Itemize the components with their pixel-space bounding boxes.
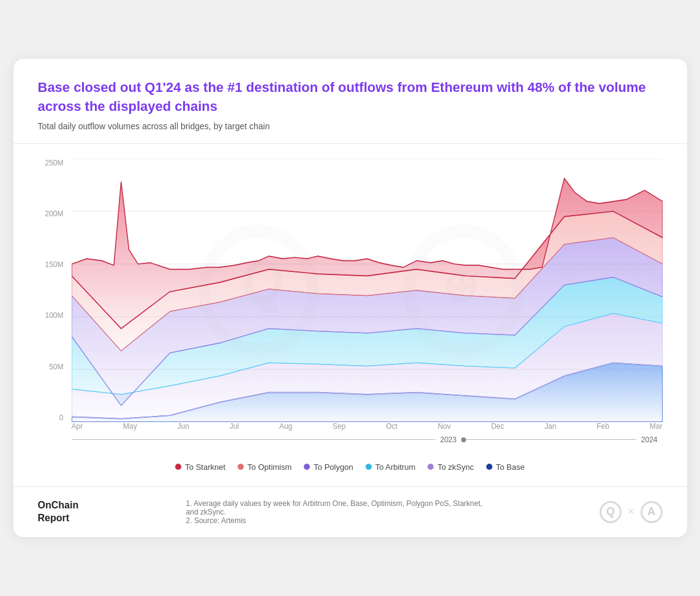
footer-logos: Q × A	[600, 501, 663, 523]
x-label-dec: Dec	[491, 422, 504, 431]
year-label-2024: 2024	[636, 436, 663, 444]
legend-base: To Base	[486, 462, 525, 472]
y-label-200m: 200M	[45, 209, 63, 218]
legend-dot-optimism	[238, 464, 244, 470]
chart-area: 250M 200M 150M 100M 50M 0	[13, 144, 687, 453]
chart-subtitle: Total daily outflow volumes across all b…	[38, 121, 663, 131]
legend-polygon: To Polygon	[304, 462, 353, 472]
footer-logo-q: Q	[600, 501, 622, 523]
brand-line2: Report	[38, 513, 70, 523]
legend-label-polygon: To Polygon	[314, 462, 353, 472]
x-label-apr: Apr	[72, 422, 83, 431]
legend-dot-arbitrum	[366, 464, 372, 470]
legend-label-arbitrum: To Arbitrum	[375, 462, 416, 472]
svg-text:⊕: ⊕	[442, 260, 477, 311]
x-label-aug: Aug	[279, 422, 292, 431]
y-axis: 250M 200M 150M 100M 50M 0	[38, 159, 69, 422]
legend-label-base: To Base	[496, 462, 525, 472]
legend-zksync: To zkSync	[427, 462, 473, 472]
legend-starknet: To Starknet	[175, 462, 225, 472]
legend-dot-base	[486, 464, 492, 470]
year-dot	[461, 437, 466, 442]
footer-x-separator: ×	[628, 505, 634, 518]
x-label-jun: Jun	[178, 422, 189, 431]
footer-notes: 1. Average daily values by week for Arbi…	[186, 499, 492, 525]
chart-legend: To Starknet To Optimism To Polygon To Ar…	[13, 453, 687, 486]
chart-svg-wrapper: Q ⊕	[72, 159, 663, 422]
legend-label-starknet: To Starknet	[185, 462, 225, 472]
footer-logo-a: A	[641, 501, 663, 523]
x-label-may: May	[123, 422, 137, 431]
x-labels-row: Apr May Jun Jul Aug Sep Oct Nov Dec Jan …	[72, 422, 663, 431]
x-label-sep: Sep	[333, 422, 345, 431]
y-label-50m: 50M	[49, 363, 63, 371]
legend-dot-zksync	[427, 464, 434, 470]
year-label-2023: 2023	[435, 436, 462, 444]
chart-title: Base closed out Q1'24 as the #1 destinat…	[38, 78, 663, 116]
year-line-2024	[466, 439, 636, 440]
y-label-0: 0	[59, 413, 64, 422]
y-label-150m: 150M	[45, 260, 63, 269]
legend-dot-polygon	[304, 464, 310, 470]
chart-svg: Q ⊕	[72, 159, 663, 422]
legend-optimism: To Optimism	[238, 462, 292, 472]
card-header: Base closed out Q1'24 as the #1 destinat…	[13, 59, 687, 143]
legend-dot-starknet	[175, 464, 181, 470]
report-card: Base closed out Q1'24 as the #1 destinat…	[13, 59, 687, 537]
x-label-feb: Feb	[597, 422, 609, 431]
brand-name: OnChain Report	[38, 499, 79, 525]
x-label-jan: Jan	[544, 422, 556, 431]
year-line-2023	[72, 439, 435, 440]
y-label-250m: 250M	[45, 159, 63, 167]
brand-line1: OnChain	[38, 500, 79, 510]
x-label-jul: Jul	[230, 422, 239, 431]
legend-label-zksync: To zkSync	[437, 462, 473, 472]
footer-note-2: 2. Source: Artemis	[186, 516, 492, 525]
footer-note-1: 1. Average daily values by week for Arbi…	[186, 499, 492, 516]
x-label-mar: Mar	[650, 422, 663, 431]
y-label-100m: 100M	[45, 311, 63, 320]
svg-text:Q: Q	[241, 249, 284, 315]
x-label-oct: Oct	[386, 422, 397, 431]
legend-label-optimism: To Optimism	[247, 462, 292, 472]
legend-arbitrum: To Arbitrum	[366, 462, 416, 472]
x-label-nov: Nov	[438, 422, 451, 431]
x-axis: Apr May Jun Jul Aug Sep Oct Nov Dec Jan …	[72, 422, 663, 453]
chart-container: 250M 200M 150M 100M 50M 0	[38, 159, 663, 453]
card-footer: OnChain Report 1. Average daily values b…	[13, 487, 687, 537]
